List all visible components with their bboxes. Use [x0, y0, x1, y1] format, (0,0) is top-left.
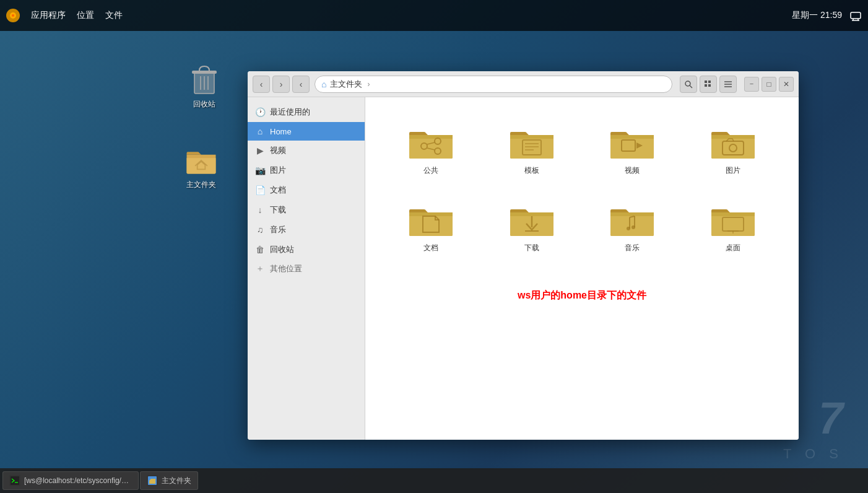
top-taskbar: 应用程序 位置 文件 星期一 21:59 — [0, 0, 868, 31]
places-menu[interactable]: 位置 — [77, 10, 94, 21]
sidebar-item-recent[interactable]: 🕐 最近使用的 — [248, 102, 365, 122]
home-icon-image — [184, 142, 219, 177]
svg-rect-14 — [705, 81, 707, 83]
window-controls: － □ ✕ — [744, 77, 794, 92]
location-bar[interactable]: ⌂ 主文件夹 › — [315, 76, 672, 93]
bottom-taskbar: [ws@localhost:/etc/sysconfig/netw... 主文件… — [0, 468, 868, 493]
trash-icon-image — [187, 62, 222, 97]
location-home-icon: ⌂ — [321, 79, 326, 89]
public-label: 公共 — [423, 165, 438, 176]
folder-public-icon — [406, 121, 456, 163]
home-sidebar-icon: ⌂ — [255, 126, 265, 136]
desktop-label: 桌面 — [726, 243, 740, 253]
svg-rect-16 — [705, 84, 707, 87]
maximize-button[interactable]: □ — [762, 77, 776, 92]
folder-templates-icon — [507, 121, 557, 163]
folder-videos[interactable]: 视频 — [585, 116, 680, 181]
main-content: 公共 — [365, 97, 799, 440]
sidebar-music-label: 音乐 — [270, 224, 286, 235]
svg-point-36 — [631, 225, 635, 229]
menu-button[interactable] — [719, 76, 737, 93]
trash-sidebar-icon: 🗑 — [255, 245, 265, 255]
music-icon: ♫ — [255, 225, 265, 235]
plus-icon: ＋ — [255, 263, 265, 274]
sidebar-item-home[interactable]: ⌂ Home — [248, 122, 365, 141]
files-svg-icon — [148, 476, 157, 485]
sidebar-item-pictures[interactable]: 📷 图片 — [248, 160, 365, 180]
home-desktop-icon[interactable]: 主文件夹 — [176, 142, 226, 190]
files-taskbar-item[interactable]: 主文件夹 — [140, 471, 198, 490]
sidebar-home-label: Home — [270, 127, 292, 136]
folder-pictures[interactable]: 图片 — [686, 116, 781, 181]
file-menu[interactable]: 文件 — [105, 10, 123, 21]
svg-line-13 — [690, 85, 692, 88]
terminal-svg-icon — [11, 476, 19, 485]
forward-button[interactable]: › — [272, 76, 290, 93]
svg-rect-17 — [708, 84, 711, 87]
trash-desktop-icon[interactable]: 回收站 — [180, 62, 229, 110]
prev-location-button[interactable]: ‹ — [292, 76, 310, 93]
sidebar-other-label: 其他位置 — [270, 263, 302, 274]
svg-rect-3 — [851, 12, 861, 19]
folder-downloads[interactable]: 下载 — [485, 193, 579, 258]
app-menu[interactable]: 应用程序 — [31, 10, 66, 21]
sidebar-item-videos[interactable]: ▶ 视频 — [248, 141, 365, 160]
sidebar-item-documents[interactable]: 📄 文档 — [248, 180, 365, 200]
note-text: ws用户的home目录下的文件 — [378, 283, 786, 308]
terminal-label: [ws@localhost:/etc/sysconfig/netw... — [24, 476, 132, 485]
search-button[interactable] — [680, 76, 697, 93]
folder-templates[interactable]: 模板 — [485, 116, 579, 181]
window-body: 🕐 最近使用的 ⌂ Home ▶ 视频 📷 图片 📄 文档 — [248, 97, 799, 440]
home-label: 主文件夹 — [186, 180, 216, 190]
templates-folder-svg — [508, 121, 556, 162]
documents-label: 文档 — [423, 243, 438, 253]
svg-rect-8 — [192, 71, 217, 74]
folder-pictures-icon — [708, 121, 758, 163]
music-folder-svg — [608, 199, 656, 240]
folder-documents[interactable]: 文档 — [384, 193, 479, 258]
sidebar-downloads-label: 下载 — [270, 204, 286, 216]
terminal-taskbar-item[interactable]: [ws@localhost:/etc/sysconfig/netw... — [2, 471, 139, 490]
back-button[interactable]: ‹ — [253, 76, 270, 93]
folder-music[interactable]: 音乐 — [585, 193, 680, 258]
camera-icon: 📷 — [255, 165, 265, 175]
search-icon — [684, 80, 693, 89]
music-label: 音乐 — [625, 243, 640, 253]
templates-label: 模板 — [524, 165, 539, 176]
grid-icon — [704, 80, 713, 89]
folder-documents-icon — [406, 198, 456, 240]
documents-folder-svg — [407, 199, 455, 240]
sidebar-item-music[interactable]: ♫ 音乐 — [248, 220, 365, 240]
pictures-folder-svg — [709, 121, 757, 162]
download-icon: ↓ — [255, 205, 265, 215]
videos-folder-svg — [608, 121, 656, 162]
location-chevron-icon: › — [367, 80, 370, 89]
folder-videos-icon — [607, 121, 657, 163]
location-text: 主文件夹 — [330, 79, 362, 90]
svg-point-2 — [12, 14, 14, 17]
sidebar-item-trash[interactable]: 🗑 回收站 — [248, 240, 365, 260]
sidebar-item-downloads[interactable]: ↓ 下载 — [248, 200, 365, 220]
datetime-label: 星期一 21:59 — [792, 10, 842, 21]
terminal-icon — [9, 475, 20, 486]
app-logo — [6, 9, 20, 22]
sidebar-recent-label: 最近使用的 — [270, 107, 310, 118]
public-folder-svg — [407, 121, 455, 162]
files-label: 主文件夹 — [162, 476, 191, 486]
sidebar-item-other[interactable]: ＋ 其他位置 — [248, 260, 365, 278]
folder-desktop[interactable]: 桌面 — [686, 193, 781, 258]
videos-label: 视频 — [625, 165, 640, 176]
home-folder-svg — [184, 142, 219, 178]
document-icon: 📄 — [255, 185, 265, 195]
desktop-watermark-text: T O S — [783, 446, 843, 462]
folder-public[interactable]: 公共 — [384, 116, 479, 181]
folder-music-icon — [607, 198, 657, 240]
folder-downloads-icon — [507, 198, 557, 240]
minimize-button[interactable]: － — [744, 77, 759, 92]
folder-desktop-icon — [708, 198, 758, 240]
svg-point-35 — [627, 227, 630, 230]
view-toggle-button[interactable] — [700, 76, 717, 93]
close-button[interactable]: ✕ — [779, 77, 794, 92]
title-bar: ‹ › ‹ ⌂ 主文件夹 › — [248, 71, 799, 97]
nautilus-window: ‹ › ‹ ⌂ 主文件夹 › — [248, 71, 799, 440]
